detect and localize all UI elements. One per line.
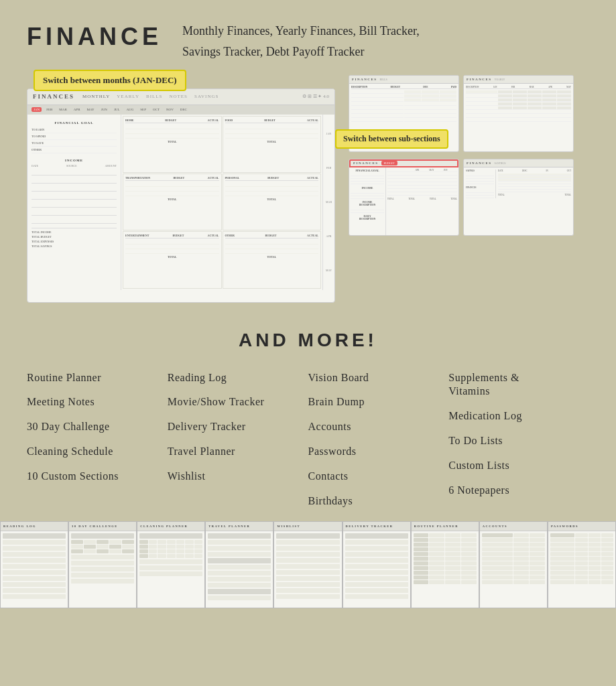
yr5 (466, 107, 571, 110)
bb7c11 (445, 543, 460, 547)
sl4 (466, 182, 494, 184)
feature-brain-dump: Brain Dump (308, 395, 449, 409)
bottom-title-6: DELIVERY TRACKER (346, 525, 393, 528)
mini-body-3: FINANCIAL GOAL INCOME INCOMEDESCRIPTION (349, 167, 458, 235)
month-feb[interactable]: FEB (44, 107, 54, 112)
bottom-body-8 (480, 531, 547, 586)
month-jul[interactable]: JUL (112, 107, 122, 112)
month-jun[interactable]: JUN (99, 107, 109, 112)
bb7c15 (445, 547, 460, 551)
bb9c20 (601, 552, 613, 556)
m3c1 (387, 169, 414, 172)
month-mar[interactable]: MAR (57, 107, 68, 112)
bb9c17 (550, 552, 574, 556)
mini-nav-4: SAVINGS (495, 161, 506, 165)
m3r4 (387, 180, 457, 182)
bb4l10 (208, 589, 271, 594)
bb7c2 (429, 533, 444, 537)
bottom-mini-top-1: READING LOG (1, 522, 68, 531)
bb2t1 (71, 540, 134, 553)
bb9c16 (601, 547, 613, 551)
bb3c9 (149, 545, 158, 549)
features-col-1: Routine Planner Meeting Notes 30 Day Cha… (27, 371, 168, 508)
month-jan[interactable]: JAN (32, 107, 42, 112)
bb8c18 (530, 557, 545, 561)
bb2c10 (122, 545, 134, 549)
bb3c16 (149, 549, 158, 553)
bb1l3 (3, 546, 66, 551)
bb7c8 (461, 538, 477, 542)
mini-screenshot-4: FINANCES SAVINGS SAVINGS (463, 159, 574, 236)
yc4 (528, 90, 542, 93)
yr7 (466, 115, 571, 118)
month-may[interactable]: MAY (84, 107, 96, 112)
feature-todo-lists: To Do Lists (448, 434, 589, 448)
and-more-title: AND MORE! (27, 330, 589, 351)
budget-personal: PERSONALBUDGETACTUAL TOTAL (223, 174, 322, 230)
bb7c13 (414, 547, 429, 551)
mini-savings-left: SAVINGS FINANCES (466, 169, 496, 198)
bb5l5 (276, 558, 339, 563)
bb9c1 (550, 533, 574, 537)
sr7 (498, 190, 571, 192)
yc3 (513, 90, 527, 93)
bb7c19 (445, 552, 460, 556)
bb8t1 (482, 533, 545, 584)
bb2l4 (71, 567, 134, 571)
goal-other: OTHER (32, 147, 117, 153)
m3r7 (387, 190, 457, 192)
bb7c22 (429, 557, 444, 561)
month-sep[interactable]: SEP (138, 107, 148, 112)
bb2c6 (71, 545, 83, 549)
bb9c28 (601, 561, 613, 565)
month-nov[interactable]: NOV (164, 107, 176, 112)
ms4 (351, 182, 384, 184)
budget-transport-header: TRANSPORTATIONBUDGETACTUAL (125, 176, 219, 181)
month-dec[interactable]: DEC (178, 107, 189, 112)
l8 (351, 119, 404, 122)
month-oct[interactable]: OCT (151, 107, 162, 112)
budget-transport-total: TOTAL (125, 198, 219, 201)
bottom-body-3 (137, 531, 204, 578)
bottom-mini-top-3: CLEANING PLANNER (137, 522, 204, 531)
bb7c43 (445, 580, 460, 584)
bottom-mini-wishlist: WISHLIST (273, 521, 342, 608)
bb4l6 (208, 565, 271, 569)
mini-daily: DAILYDESCRIPTION (351, 215, 384, 220)
bb7r6 (414, 557, 477, 561)
bb1l1 (3, 533, 66, 539)
bb2c15 (122, 549, 134, 553)
bb8c19 (482, 561, 513, 565)
l6 (351, 111, 404, 114)
bb8c3 (530, 533, 545, 537)
yr2 (466, 94, 571, 98)
bb4l2 (208, 540, 271, 545)
feature-travel-planner: Travel Planner (168, 445, 308, 459)
bb9c42 (575, 580, 587, 584)
bb6l7 (345, 570, 408, 575)
bb9c38 (575, 575, 587, 579)
bb3c23 (149, 554, 158, 558)
feature-delivery-tracker: Delivery Tracker (168, 420, 308, 434)
budget-entertainment-line-1 (125, 240, 219, 245)
bottom-mini-cleaning: CLEANING PLANNER (137, 521, 205, 608)
month-aug[interactable]: AUG (125, 107, 136, 112)
bb3t1 (139, 540, 202, 558)
bb6l8 (345, 576, 408, 581)
bottom-mini-top-4: TRAVEL PLANNER (206, 522, 273, 531)
bb3l4 (139, 571, 202, 576)
bb7c42 (429, 580, 444, 584)
income-line-3 (32, 185, 117, 192)
budget-personal-total: TOTAL (225, 198, 319, 201)
rc4 (404, 94, 421, 97)
income-header: DATESOURCEAMOUNT (32, 164, 117, 167)
bottom-title-7: ROUTINE PLANNER (414, 525, 458, 528)
yc9 (513, 94, 527, 97)
mini-top-3: FINANCES BUDGET (349, 159, 458, 167)
bottom-title-9: PASSWORDS (551, 525, 578, 528)
month-apr[interactable]: APR (72, 107, 82, 112)
mini-income-desc: INCOMEDESCRIPTION (351, 201, 384, 206)
yc18 (557, 98, 571, 101)
bb9c2 (575, 533, 587, 537)
mini-title-1: FINANCES (352, 78, 377, 81)
